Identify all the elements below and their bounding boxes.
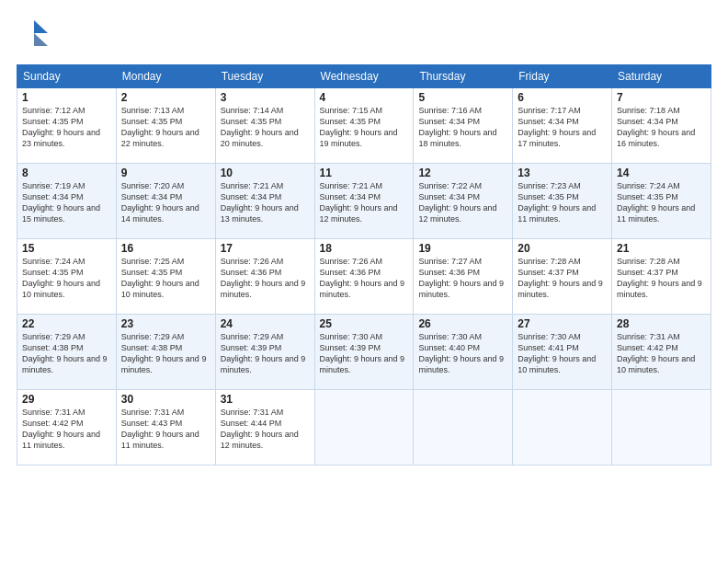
day-info: Sunrise: 7:29 AMSunset: 4:38 PMDaylight:… xyxy=(22,331,111,376)
calendar-cell: 16Sunrise: 7:25 AMSunset: 4:35 PMDayligh… xyxy=(116,239,215,315)
day-number: 5 xyxy=(418,91,507,104)
calendar-header-friday: Friday xyxy=(513,65,612,88)
day-number: 17 xyxy=(221,242,310,255)
calendar-cell: 17Sunrise: 7:26 AMSunset: 4:36 PMDayligh… xyxy=(215,239,314,315)
calendar-cell: 14Sunrise: 7:24 AMSunset: 4:35 PMDayligh… xyxy=(612,164,711,239)
day-number: 20 xyxy=(518,242,607,255)
calendar-cell: 6Sunrise: 7:17 AMSunset: 4:34 PMDaylight… xyxy=(513,88,612,164)
calendar-cell: 1Sunrise: 7:12 AMSunset: 4:35 PMDaylight… xyxy=(17,88,117,164)
day-number: 13 xyxy=(518,167,607,179)
calendar-cell: 26Sunrise: 7:30 AMSunset: 4:40 PMDayligh… xyxy=(414,315,513,390)
day-info: Sunrise: 7:30 AMSunset: 4:40 PMDaylight:… xyxy=(418,331,507,376)
day-info: Sunrise: 7:26 AMSunset: 4:36 PMDaylight:… xyxy=(221,256,310,301)
calendar-cell: 5Sunrise: 7:16 AMSunset: 4:34 PMDaylight… xyxy=(414,88,513,164)
day-number: 18 xyxy=(320,242,409,255)
day-number: 28 xyxy=(617,317,706,330)
calendar-header-tuesday: Tuesday xyxy=(215,65,314,88)
svg-marker-0 xyxy=(34,20,48,33)
calendar-cell: 25Sunrise: 7:30 AMSunset: 4:39 PMDayligh… xyxy=(314,315,414,390)
day-info: Sunrise: 7:16 AMSunset: 4:34 PMDaylight:… xyxy=(418,105,507,150)
calendar-cell: 15Sunrise: 7:24 AMSunset: 4:35 PMDayligh… xyxy=(17,239,117,315)
day-info: Sunrise: 7:31 AMSunset: 4:44 PMDaylight:… xyxy=(221,407,310,452)
calendar-cell: 12Sunrise: 7:22 AMSunset: 4:34 PMDayligh… xyxy=(414,164,513,239)
day-info: Sunrise: 7:15 AMSunset: 4:35 PMDaylight:… xyxy=(320,105,409,150)
day-info: Sunrise: 7:28 AMSunset: 4:37 PMDaylight:… xyxy=(617,256,706,301)
calendar-cell: 22Sunrise: 7:29 AMSunset: 4:38 PMDayligh… xyxy=(17,315,117,390)
calendar-cell: 29Sunrise: 7:31 AMSunset: 4:42 PMDayligh… xyxy=(17,390,117,465)
day-info: Sunrise: 7:29 AMSunset: 4:38 PMDaylight:… xyxy=(121,331,210,376)
day-info: Sunrise: 7:19 AMSunset: 4:34 PMDaylight:… xyxy=(22,180,111,225)
calendar-cell: 21Sunrise: 7:28 AMSunset: 4:37 PMDayligh… xyxy=(612,239,711,315)
calendar: SundayMondayTuesdayWednesdayThursdayFrid… xyxy=(17,64,711,465)
day-info: Sunrise: 7:28 AMSunset: 4:37 PMDaylight:… xyxy=(518,256,607,301)
day-info: Sunrise: 7:26 AMSunset: 4:36 PMDaylight:… xyxy=(320,256,409,301)
calendar-header-sunday: Sunday xyxy=(17,65,117,88)
day-info: Sunrise: 7:21 AMSunset: 4:34 PMDaylight:… xyxy=(320,180,409,225)
calendar-cell: 10Sunrise: 7:21 AMSunset: 4:34 PMDayligh… xyxy=(215,164,314,239)
day-number: 10 xyxy=(221,167,310,179)
calendar-cell: 19Sunrise: 7:27 AMSunset: 4:36 PMDayligh… xyxy=(414,239,513,315)
calendar-week-2: 8Sunrise: 7:19 AMSunset: 4:34 PMDaylight… xyxy=(17,164,711,239)
day-info: Sunrise: 7:24 AMSunset: 4:35 PMDaylight:… xyxy=(22,256,111,301)
day-number: 19 xyxy=(418,242,507,255)
day-info: Sunrise: 7:17 AMSunset: 4:34 PMDaylight:… xyxy=(518,105,607,150)
header xyxy=(17,17,711,55)
logo-icon xyxy=(17,17,51,52)
calendar-cell xyxy=(414,390,513,465)
day-number: 12 xyxy=(418,167,507,179)
day-number: 30 xyxy=(121,393,210,406)
calendar-week-4: 22Sunrise: 7:29 AMSunset: 4:38 PMDayligh… xyxy=(17,315,711,390)
day-info: Sunrise: 7:13 AMSunset: 4:35 PMDaylight:… xyxy=(121,105,210,150)
day-number: 24 xyxy=(221,317,310,330)
calendar-cell: 13Sunrise: 7:23 AMSunset: 4:35 PMDayligh… xyxy=(513,164,612,239)
day-info: Sunrise: 7:31 AMSunset: 4:42 PMDaylight:… xyxy=(617,331,706,376)
day-number: 27 xyxy=(518,317,607,330)
calendar-header-thursday: Thursday xyxy=(414,65,513,88)
day-number: 25 xyxy=(320,317,409,330)
day-number: 8 xyxy=(22,167,111,179)
day-info: Sunrise: 7:25 AMSunset: 4:35 PMDaylight:… xyxy=(121,256,210,301)
svg-marker-1 xyxy=(34,33,48,46)
day-number: 11 xyxy=(320,167,409,179)
calendar-cell: 24Sunrise: 7:29 AMSunset: 4:39 PMDayligh… xyxy=(215,315,314,390)
day-info: Sunrise: 7:24 AMSunset: 4:35 PMDaylight:… xyxy=(617,180,706,225)
page: SundayMondayTuesdayWednesdayThursdayFrid… xyxy=(0,0,728,563)
calendar-cell: 4Sunrise: 7:15 AMSunset: 4:35 PMDaylight… xyxy=(314,88,414,164)
calendar-cell: 27Sunrise: 7:30 AMSunset: 4:41 PMDayligh… xyxy=(513,315,612,390)
day-info: Sunrise: 7:31 AMSunset: 4:43 PMDaylight:… xyxy=(121,407,210,452)
calendar-header-saturday: Saturday xyxy=(612,65,711,88)
day-info: Sunrise: 7:30 AMSunset: 4:41 PMDaylight:… xyxy=(518,331,607,376)
day-number: 31 xyxy=(221,393,310,406)
day-info: Sunrise: 7:22 AMSunset: 4:34 PMDaylight:… xyxy=(418,180,507,225)
day-number: 14 xyxy=(617,167,706,179)
calendar-header-wednesday: Wednesday xyxy=(314,65,414,88)
day-info: Sunrise: 7:23 AMSunset: 4:35 PMDaylight:… xyxy=(518,180,607,225)
calendar-cell: 2Sunrise: 7:13 AMSunset: 4:35 PMDaylight… xyxy=(116,88,215,164)
day-info: Sunrise: 7:14 AMSunset: 4:35 PMDaylight:… xyxy=(221,105,310,150)
day-info: Sunrise: 7:21 AMSunset: 4:34 PMDaylight:… xyxy=(221,180,310,225)
calendar-cell: 28Sunrise: 7:31 AMSunset: 4:42 PMDayligh… xyxy=(612,315,711,390)
day-number: 26 xyxy=(418,317,507,330)
calendar-cell: 23Sunrise: 7:29 AMSunset: 4:38 PMDayligh… xyxy=(116,315,215,390)
day-info: Sunrise: 7:29 AMSunset: 4:39 PMDaylight:… xyxy=(221,331,310,376)
calendar-header-row: SundayMondayTuesdayWednesdayThursdayFrid… xyxy=(17,65,711,88)
day-number: 29 xyxy=(22,393,111,406)
day-info: Sunrise: 7:18 AMSunset: 4:34 PMDaylight:… xyxy=(617,105,706,150)
day-number: 23 xyxy=(121,317,210,330)
day-number: 16 xyxy=(121,242,210,255)
calendar-cell: 3Sunrise: 7:14 AMSunset: 4:35 PMDaylight… xyxy=(215,88,314,164)
calendar-cell xyxy=(314,390,414,465)
day-info: Sunrise: 7:12 AMSunset: 4:35 PMDaylight:… xyxy=(22,105,111,150)
calendar-week-1: 1Sunrise: 7:12 AMSunset: 4:35 PMDaylight… xyxy=(17,88,711,164)
day-number: 7 xyxy=(617,91,706,104)
day-number: 9 xyxy=(121,167,210,179)
calendar-cell: 9Sunrise: 7:20 AMSunset: 4:34 PMDaylight… xyxy=(116,164,215,239)
calendar-week-5: 29Sunrise: 7:31 AMSunset: 4:42 PMDayligh… xyxy=(17,390,711,465)
day-number: 6 xyxy=(518,91,607,104)
day-number: 4 xyxy=(320,91,409,104)
day-number: 15 xyxy=(22,242,111,255)
logo xyxy=(17,17,55,55)
calendar-cell: 18Sunrise: 7:26 AMSunset: 4:36 PMDayligh… xyxy=(314,239,414,315)
calendar-cell: 31Sunrise: 7:31 AMSunset: 4:44 PMDayligh… xyxy=(215,390,314,465)
day-number: 2 xyxy=(121,91,210,104)
